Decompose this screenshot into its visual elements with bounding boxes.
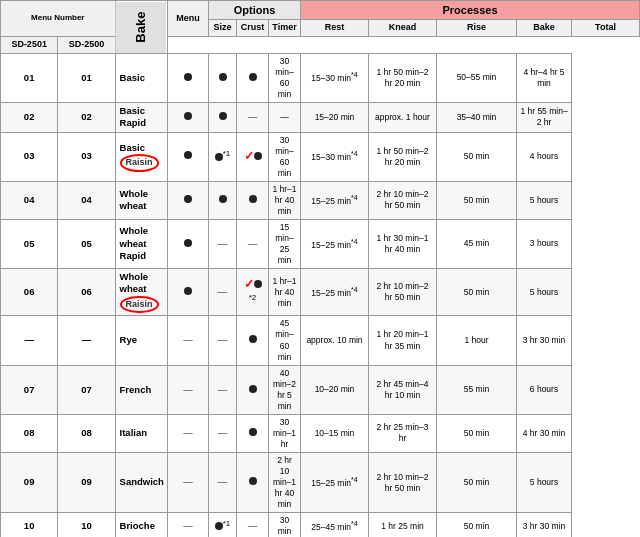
rise-cell: 2 hr 10 min–2 hr 50 min xyxy=(369,452,437,512)
sd2501-cell: 08 xyxy=(1,414,58,452)
dash-icon: — xyxy=(183,334,193,345)
total-cell: 1 hr 55 min–2 hr xyxy=(517,102,572,132)
table-row: 0606Whole wheat Raisin—✓*21 hr–1 hr 40 m… xyxy=(1,269,640,316)
circle-icon xyxy=(249,428,257,436)
timer-cell xyxy=(237,316,269,365)
total-cell: 5 hours xyxy=(517,452,572,512)
circle-icon xyxy=(215,522,223,530)
knead-cell: 15–25 min*4 xyxy=(301,269,369,316)
sd2500-cell: 06 xyxy=(58,269,115,316)
circle-icon xyxy=(219,195,227,203)
circle-icon xyxy=(184,239,192,247)
bake-time-cell: 50 min xyxy=(437,414,517,452)
dash-icon: — xyxy=(218,286,228,297)
dash-icon: — xyxy=(248,520,258,531)
bake-label-cell: Bake xyxy=(115,1,167,54)
total-cell: 5 hours xyxy=(517,269,572,316)
knead-cell: approx. 10 min xyxy=(301,316,369,365)
crust-cell xyxy=(209,181,237,219)
size-cell xyxy=(167,219,208,268)
rest-cell: 30 min–1 hr xyxy=(269,414,301,452)
circle-icon xyxy=(184,73,192,81)
crust-cell xyxy=(209,102,237,132)
main-table-container: Menu Number Bake Menu Options Processes … xyxy=(0,0,640,537)
knead-cell: 15–30 min*4 xyxy=(301,132,369,181)
timer-cell xyxy=(237,53,269,102)
knead-cell: 15–25 min*4 xyxy=(301,452,369,512)
menu-cell: Whole wheat Rapid xyxy=(115,219,167,268)
superscript: *4 xyxy=(351,71,358,79)
knead-cell: 10–15 min xyxy=(301,414,369,452)
table-row: 0707French——40 min–2 hr 5 min10–20 min2 … xyxy=(1,365,640,414)
timer-cell xyxy=(237,181,269,219)
total-cell: 5 hours xyxy=(517,181,572,219)
rest-cell: 1 hr–1 hr 40 min xyxy=(269,181,301,219)
rest-header: Rest xyxy=(301,20,369,37)
knead-cell: 15–25 min*4 xyxy=(301,219,369,268)
table-row: 0909Sandwich——2 hr 10 min–1 hr 40 min15–… xyxy=(1,452,640,512)
rise-cell: 2 hr 25 min–3 hr xyxy=(369,414,437,452)
rest-cell: 40 min–2 hr 5 min xyxy=(269,365,301,414)
sd2501-cell: 03 xyxy=(1,132,58,181)
crust-cell: *1 xyxy=(209,513,237,537)
sd2500-cell: 03 xyxy=(58,132,115,181)
dash-icon: — xyxy=(218,238,228,249)
circle-icon xyxy=(249,73,257,81)
superscript: *1 xyxy=(223,149,230,158)
total-cell: 6 hours xyxy=(517,365,572,414)
bake-time-cell: 1 hour xyxy=(437,316,517,365)
circle-icon xyxy=(219,112,227,120)
rise-cell: 2 hr 10 min–2 hr 50 min xyxy=(369,269,437,316)
raisin-label: Raisin xyxy=(120,154,159,172)
table-row: 0505Whole wheat Rapid——15 min–25 min15–2… xyxy=(1,219,640,268)
total-cell: 3 hours xyxy=(517,219,572,268)
rest-cell: 15 min–25 min xyxy=(269,219,301,268)
rise-cell: 1 hr 20 min–1 hr 35 min xyxy=(369,316,437,365)
sd2500-cell: 09 xyxy=(58,452,115,512)
superscript: *4 xyxy=(351,150,358,158)
timer-cell: — xyxy=(237,513,269,537)
knead-cell: 15–30 min*4 xyxy=(301,53,369,102)
total-cell: 4 hr 30 min xyxy=(517,414,572,452)
circle-icon xyxy=(249,477,257,485)
sd2501-cell: 09 xyxy=(1,452,58,512)
superscript: *4 xyxy=(351,520,358,528)
knead-cell: 25–45 min*4 xyxy=(301,513,369,537)
size-cell xyxy=(167,53,208,102)
menu-cell: Italian xyxy=(115,414,167,452)
sd2501-header: SD-2501 xyxy=(1,36,58,53)
rise-cell: 2 hr 10 min–2 hr 50 min xyxy=(369,181,437,219)
circle-icon xyxy=(249,195,257,203)
timer-cell xyxy=(237,365,269,414)
crust-cell: — xyxy=(209,269,237,316)
size-cell: — xyxy=(167,452,208,512)
bake-time-cell: 50 min xyxy=(437,132,517,181)
dash-icon: — xyxy=(183,384,193,395)
dash-icon: — xyxy=(248,238,258,249)
circle-icon xyxy=(219,73,227,81)
crust-cell: — xyxy=(209,219,237,268)
rise-cell: 1 hr 30 min–1 hr 40 min xyxy=(369,219,437,268)
table-row: 0101Basic30 min–60 min15–30 min*41 hr 50… xyxy=(1,53,640,102)
rest-cell: 1 hr–1 hr 40 min xyxy=(269,269,301,316)
circle-icon xyxy=(254,152,262,160)
sd2501-cell: 01 xyxy=(1,53,58,102)
menu-header: Menu xyxy=(167,1,208,37)
size-cell: — xyxy=(167,316,208,365)
bake-time-cell: 50 min xyxy=(437,513,517,537)
dash-icon: — xyxy=(218,334,228,345)
table-row: 0808Italian——30 min–1 hr10–15 min2 hr 25… xyxy=(1,414,640,452)
size-cell: — xyxy=(167,414,208,452)
menu-cell: Basic Rapid xyxy=(115,102,167,132)
knead-cell: 15–20 min xyxy=(301,102,369,132)
dash-icon: — xyxy=(218,427,228,438)
crust-cell: *1 xyxy=(209,132,237,181)
size-cell xyxy=(167,269,208,316)
checkmark-icon: ✓ xyxy=(244,277,254,291)
bread-options-table: Menu Number Bake Menu Options Processes … xyxy=(0,0,640,537)
processes-header: Processes xyxy=(301,1,640,20)
superscript: *2 xyxy=(249,293,256,302)
raisin-label: Raisin xyxy=(120,296,159,314)
dash-icon: — xyxy=(248,111,258,122)
sd2500-cell: 02 xyxy=(58,102,115,132)
